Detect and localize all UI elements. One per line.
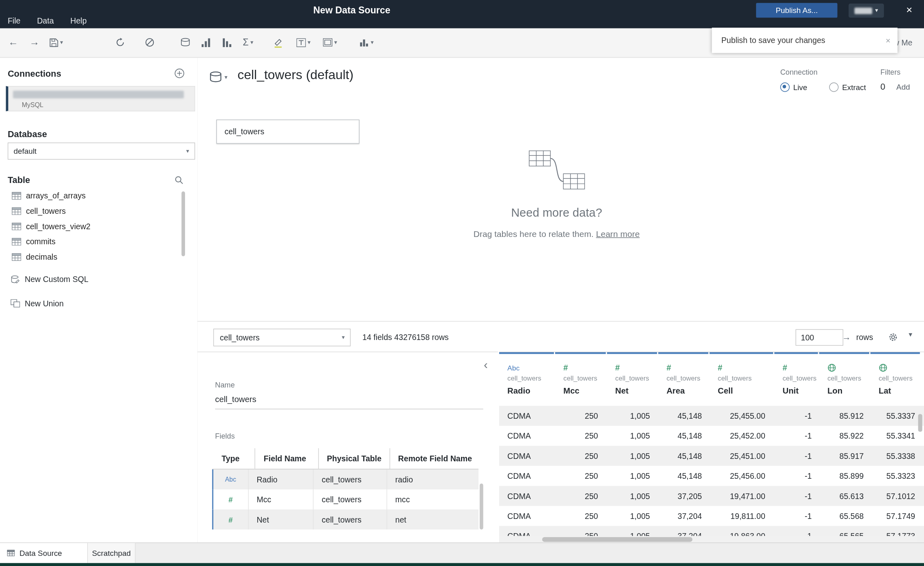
data-grid: Abc cell_towers Radio # cell_towers Mcc …	[499, 352, 924, 543]
fit-icon[interactable]: ▾	[323, 28, 337, 57]
radio-dot	[780, 82, 790, 92]
grid-cell: 85.922	[821, 426, 872, 446]
datasource-glyph	[180, 38, 190, 47]
sidebar-table-item[interactable]: arrays_of_arrays	[0, 188, 189, 203]
grid-row: CDMA2501,00545,14825,456.00-185.89955.33…	[499, 466, 924, 486]
textbox-icon[interactable]: ▾	[296, 28, 310, 57]
menu-data[interactable]: Data	[37, 17, 54, 26]
sidebar-table-item[interactable]: decimals	[0, 249, 189, 265]
highlight-glyph	[274, 37, 283, 47]
grid-cell: CDMA	[499, 406, 554, 426]
tab-data-source[interactable]: Data Source	[0, 543, 90, 563]
row-limit-input[interactable]: 100	[795, 329, 843, 346]
grid-column-header[interactable]: cell_towers Lat	[870, 352, 921, 406]
table-name: commits	[26, 237, 56, 246]
new-union[interactable]: New Union	[11, 296, 64, 311]
sidebar-table-item[interactable]: cell_towers_view2	[0, 219, 189, 234]
save-icon[interactable]: ▾	[50, 28, 63, 57]
menu-file[interactable]: File	[8, 17, 21, 26]
sort-descending-icon[interactable]	[223, 28, 232, 57]
column-table-label: cell_towers	[827, 374, 870, 381]
publish-as-button[interactable]: Publish As...	[756, 3, 837, 17]
grid-cell: 57.1012	[872, 486, 924, 506]
grid-column-header[interactable]: # cell_towers Net	[607, 352, 658, 406]
new-custom-sql[interactable]: New Custom SQL	[11, 271, 88, 287]
grid-cell: 25,456.00	[711, 466, 774, 486]
grid-column-header[interactable]: # cell_towers Area	[658, 352, 709, 406]
filters-add-button[interactable]: Add	[896, 82, 910, 91]
account-menu[interactable]: ▾	[849, 4, 884, 18]
table-name: cell_towers_view2	[26, 222, 90, 231]
number-type-icon: #	[718, 363, 722, 372]
undo-icon[interactable]: ←	[8, 28, 18, 57]
grid-cell: 1,005	[607, 426, 659, 446]
field-row[interactable]: # Mcc cell_towers mcc	[212, 489, 478, 509]
table-icon	[12, 222, 21, 230]
learn-more-link[interactable]: Learn more	[596, 229, 640, 239]
grid-column-header[interactable]: cell_towers Lon	[819, 352, 870, 406]
grid-cell: 1,005	[607, 486, 659, 506]
sidebar-scrollbar[interactable]	[181, 192, 185, 256]
number-type-icon: #	[615, 363, 620, 372]
column-type-icon-slot: #	[718, 362, 774, 372]
live-label: Live	[793, 83, 808, 92]
highlight-icon[interactable]	[274, 28, 283, 57]
search-icon[interactable]	[174, 176, 184, 187]
name-input[interactable]: cell_towers	[215, 395, 483, 409]
grid-column-header[interactable]: # cell_towers Unit	[774, 352, 819, 406]
field-row[interactable]: # Net cell_towers net	[212, 510, 478, 529]
grid-row: CDMA2501,00537,20519,471.00-165.61357.10…	[499, 486, 924, 506]
redo-icon[interactable]: →	[30, 28, 40, 57]
grid-column-header[interactable]: # cell_towers Mcc	[555, 352, 607, 406]
menu-help[interactable]: Help	[70, 17, 86, 26]
extract-radio[interactable]: Extract	[829, 82, 866, 92]
new-datasource-icon[interactable]	[180, 28, 190, 57]
totals-icon[interactable]: Σ ▾	[243, 28, 253, 57]
sort-ascending-icon[interactable]	[202, 28, 211, 57]
col-type-header[interactable]: Type	[213, 448, 256, 469]
grid-table-select[interactable]: cell_towers ▾	[213, 329, 351, 346]
column-name-label: Net	[615, 386, 658, 395]
datasource-type-menu[interactable]: ▾	[209, 71, 228, 83]
grid-column-header[interactable]: Abc cell_towers Radio	[499, 352, 555, 406]
table-name: decimals	[26, 252, 57, 261]
grid-horizontal-scrollbar[interactable]	[542, 537, 692, 542]
column-table-label: cell_towers	[666, 374, 709, 381]
gear-icon[interactable]	[888, 332, 898, 344]
fields-scrollbar[interactable]	[480, 484, 483, 529]
apply-row-limit-icon[interactable]: →	[842, 329, 851, 345]
connection-item[interactable]: MySQL	[6, 86, 195, 111]
col-remote-header[interactable]: Remote Field Name	[390, 448, 478, 469]
sidebar-table-item[interactable]: commits	[0, 234, 189, 249]
col-table-header[interactable]: Physical Table	[319, 448, 390, 469]
add-connection-icon[interactable]	[174, 68, 185, 80]
column-name-label: Area	[666, 386, 709, 395]
physical-table-cell: cell_towers	[313, 489, 387, 509]
grid-vertical-scrollbar[interactable]	[918, 414, 922, 432]
union-icon	[11, 299, 20, 307]
radio-dot	[829, 82, 838, 92]
status-bar: Data Source Scratchpad	[0, 542, 924, 566]
tab-scratchpad[interactable]: Scratchpad	[87, 543, 136, 563]
pause-updates-icon[interactable]	[145, 28, 154, 57]
live-radio[interactable]: Live	[780, 82, 808, 92]
tooltip-close-icon[interactable]: ×	[885, 36, 890, 45]
sidebar-table-item[interactable]: cell_towers	[0, 203, 189, 219]
grid-cell: 45,148	[659, 466, 711, 486]
field-type-cell: Abc	[213, 469, 248, 489]
grid-column-header[interactable]: # cell_towers Cell	[709, 352, 774, 406]
grid-options-chevron-icon[interactable]: ▾	[909, 330, 912, 338]
table-chip[interactable]: cell_towers	[216, 120, 360, 144]
close-window-icon[interactable]: ×	[902, 3, 916, 17]
col-field-header[interactable]: Field Name	[256, 448, 319, 469]
empty-state-title: Need more data?	[197, 206, 915, 220]
show-chart-icon[interactable]: ▾	[360, 28, 374, 57]
physical-table-cell: cell_towers	[313, 510, 387, 529]
grid-cell: 45,148	[659, 446, 711, 466]
grid-cell: 19,811.00	[711, 506, 774, 526]
grid-cell: 55.3337	[872, 406, 924, 426]
field-row[interactable]: Abc Radio cell_towers radio	[212, 469, 478, 489]
database-select[interactable]: default ▾	[8, 142, 195, 159]
refresh-icon[interactable]	[116, 28, 125, 57]
collapse-panel-icon[interactable]: ‹	[484, 358, 488, 372]
